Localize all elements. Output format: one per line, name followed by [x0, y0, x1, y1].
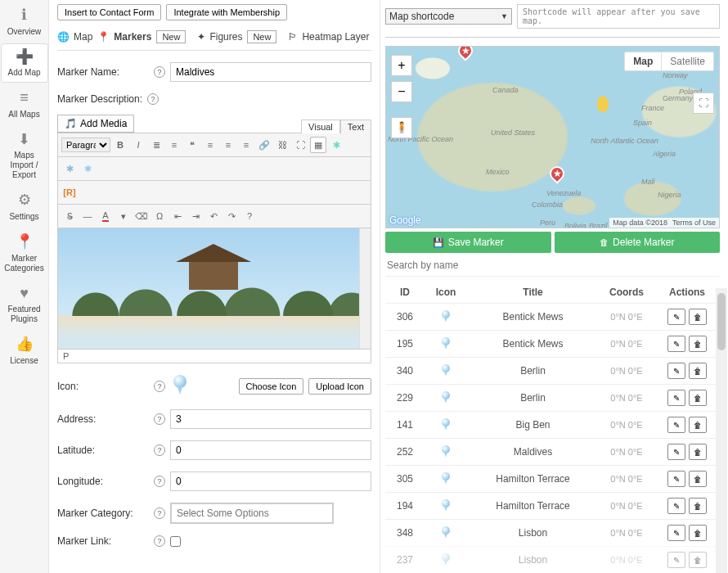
help-icon[interactable]: ? [154, 476, 165, 487]
search-input[interactable] [385, 255, 720, 277]
map-marker-yellow[interactable] [597, 96, 609, 112]
integrate-membership-button[interactable]: Integrate with Membership [166, 4, 287, 20]
edit-button[interactable]: ✎ [667, 363, 685, 379]
help-icon[interactable]: ? [154, 535, 165, 547]
quote-icon[interactable]: ❝ [184, 137, 200, 153]
edit-button[interactable]: ✎ [667, 525, 685, 541]
fullscreen-button[interactable]: ⛶ [693, 92, 714, 114]
help2-icon[interactable]: ? [241, 208, 258, 224]
delete-button[interactable]: 🗑 [689, 309, 707, 325]
choose-icon-button[interactable]: Choose Icon [239, 378, 304, 395]
strike-icon[interactable]: S̶ [61, 208, 78, 224]
extra-icon[interactable]: ✱ [328, 137, 344, 153]
map-type-map[interactable]: Map [625, 52, 661, 70]
list-ul-icon[interactable]: ≣ [148, 137, 164, 153]
align-center-icon[interactable]: ≡ [220, 137, 236, 153]
category-select[interactable] [170, 503, 334, 524]
delete-button[interactable]: 🗑 [689, 525, 707, 541]
sidebar-item-overview[interactable]: ℹOverview [1, 2, 48, 42]
map-preview[interactable]: North Pacific Ocean North Atlantic Ocean… [385, 46, 720, 228]
shortcode-icon[interactable]: [R] [61, 184, 78, 201]
unlink-icon[interactable]: ⛓ [274, 137, 290, 153]
sidebar-item-label: Featured Plugins [7, 305, 40, 323]
char-icon[interactable]: Ω [151, 208, 168, 224]
longitude-input[interactable] [170, 471, 371, 491]
delete-button[interactable]: 🗑 [689, 498, 707, 514]
edit-button[interactable]: ✎ [667, 444, 685, 460]
delete-button[interactable]: 🗑 [689, 552, 707, 568]
sidebar-item-marker-categories[interactable]: 📍Marker Categories [1, 228, 48, 278]
edit-button[interactable]: ✎ [667, 390, 685, 406]
undo-icon[interactable]: ↶ [205, 208, 222, 224]
map-attr-terms[interactable]: Terms of Use [672, 219, 716, 227]
edit-button[interactable]: ✎ [667, 417, 685, 433]
edit-button[interactable]: ✎ [667, 552, 685, 568]
hr-icon[interactable]: — [79, 208, 96, 224]
editor-tab-visual[interactable]: Visual [301, 120, 340, 133]
upload-icon-button[interactable]: Upload Icon [308, 378, 371, 395]
cell-icon [426, 364, 465, 378]
sidebar-item-license[interactable]: 👍License [1, 331, 48, 371]
help-icon[interactable]: ? [154, 66, 165, 78]
format-select[interactable]: Paragraph [61, 138, 110, 152]
scrollbar[interactable] [716, 288, 727, 573]
insert-contact-button[interactable]: Insert to Contact Form [57, 4, 161, 20]
map-type-satellite[interactable]: Satellite [661, 52, 713, 70]
indent-icon[interactable]: ⇥ [187, 208, 204, 224]
delete-button[interactable]: 🗑 [689, 390, 707, 406]
delete-button[interactable]: 🗑 [689, 471, 707, 487]
tab-map[interactable]: 🌐Map [57, 31, 92, 43]
delete-button[interactable]: 🗑 [689, 336, 707, 352]
cell-id: 340 [387, 365, 423, 377]
plugin-icon2[interactable]: ✱ [79, 160, 96, 177]
delete-button[interactable]: 🗑 [689, 444, 707, 460]
italic-icon[interactable]: I [130, 137, 146, 153]
tab-heatmap[interactable]: 🏳Heatmap Layer [288, 31, 369, 43]
zoom-out-button[interactable]: − [391, 81, 412, 102]
fullscreen-icon[interactable]: ⛶ [292, 137, 308, 153]
zoom-in-button[interactable]: + [391, 55, 412, 76]
scrollbar[interactable] [359, 228, 371, 349]
bold-icon[interactable]: B [112, 137, 128, 153]
help-icon[interactable]: ? [147, 93, 159, 105]
sidebar-item-add-map[interactable]: ➕Add Map [1, 43, 48, 83]
help-icon[interactable]: ? [154, 508, 165, 519]
help-icon[interactable]: ? [154, 413, 165, 425]
sidebar-item-featured-plugins[interactable]: ♥Featured Plugins [1, 280, 48, 330]
marker-name-input[interactable] [170, 62, 371, 82]
address-input[interactable] [170, 409, 371, 429]
align-left-icon[interactable]: ≡ [202, 137, 218, 153]
list-ol-icon[interactable]: ≡ [166, 137, 182, 153]
add-media-button[interactable]: 🎵Add Media [57, 115, 134, 133]
delete-marker-button[interactable]: 🗑Delete Marker [555, 232, 721, 253]
textcolor-icon[interactable]: A [97, 208, 114, 224]
delete-button[interactable]: 🗑 [689, 417, 707, 433]
tab-figures[interactable]: ✦Figures [197, 31, 242, 43]
sidebar-item-all-maps[interactable]: ≡All Maps [1, 84, 48, 124]
redo-icon[interactable]: ↷ [223, 208, 240, 224]
sidebar-item-settings[interactable]: ⚙Settings [1, 187, 48, 227]
outdent-icon[interactable]: ⇤ [169, 208, 186, 224]
editor-body[interactable] [57, 228, 371, 350]
edit-button[interactable]: ✎ [667, 471, 685, 487]
shortcode-select[interactable]: Map shortcode ▼ [385, 8, 512, 25]
chevron-down-icon[interactable]: ▾ [115, 208, 132, 224]
tab-markers[interactable]: 📍Markers [97, 31, 151, 43]
sidebar-item-import-export[interactable]: ⬇Maps Import / Export [1, 126, 48, 186]
help-icon[interactable]: ? [154, 381, 165, 392]
toolbar-toggle-icon[interactable]: ▦ [310, 137, 326, 153]
help-icon[interactable]: ? [154, 444, 165, 456]
plugin-icon[interactable]: ✱ [61, 160, 78, 177]
editor-tab-text[interactable]: Text [340, 120, 371, 133]
delete-button[interactable]: 🗑 [689, 363, 707, 379]
edit-button[interactable]: ✎ [667, 336, 685, 352]
marker-link-checkbox[interactable] [170, 536, 181, 547]
pegman-icon[interactable]: 🧍 [391, 117, 412, 138]
link-icon[interactable]: 🔗 [256, 137, 272, 153]
save-marker-button[interactable]: 💾Save Marker [385, 232, 551, 253]
edit-button[interactable]: ✎ [667, 309, 685, 325]
clear-icon[interactable]: ⌫ [133, 208, 150, 224]
align-right-icon[interactable]: ≡ [238, 137, 254, 153]
edit-button[interactable]: ✎ [667, 498, 685, 514]
latitude-input[interactable] [170, 440, 371, 460]
